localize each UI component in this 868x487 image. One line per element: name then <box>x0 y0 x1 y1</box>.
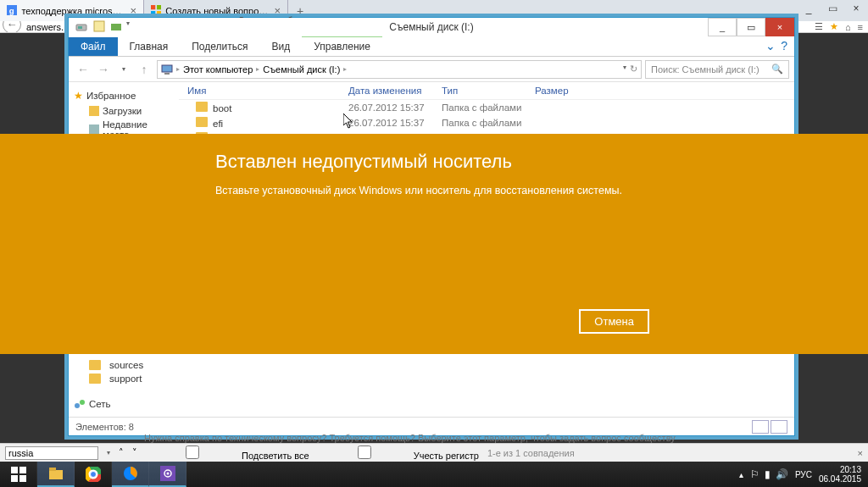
file-row[interactable]: efi 26.07.2012 15:37 Папка с файлами <box>179 115 794 130</box>
tray-expand-icon[interactable]: ▴ <box>739 470 743 479</box>
svg-rect-5 <box>157 11 161 15</box>
nav-forward-button[interactable]: → <box>94 60 113 79</box>
ribbon-file-tab[interactable]: Файл <box>69 37 118 56</box>
sidebar-item-label: support <box>109 374 142 384</box>
sidebar-item-sources[interactable]: sources <box>72 358 175 372</box>
explorer-minimize-button[interactable]: _ <box>708 18 737 36</box>
pc-icon <box>161 64 173 75</box>
file-type: Папка с файлами <box>442 118 535 128</box>
home-icon[interactable]: ⌂ <box>845 22 851 32</box>
ribbon-tab-home[interactable]: Главная <box>118 37 181 56</box>
sidebar-favorites[interactable]: ★ Избранное <box>72 87 175 104</box>
explorer-close-button[interactable]: × <box>765 18 794 36</box>
ms-favicon-icon <box>151 5 161 17</box>
breadcrumb-sep-icon[interactable]: ▸ <box>256 65 259 73</box>
search-icon[interactable]: 🔍 <box>771 64 783 75</box>
tab-close-icon[interactable]: × <box>130 4 136 17</box>
sidebar-group-label: Избранное <box>86 91 136 101</box>
find-prev-button[interactable]: ˄ <box>119 447 124 458</box>
explorer-navbar: ← → ▾ ↑ ▸ Этот компьютер ▸ Съемный диск … <box>69 57 794 82</box>
col-header-date[interactable]: Дата изменения <box>348 86 442 96</box>
svg-rect-12 <box>89 106 99 116</box>
taskbar-explorer-button[interactable] <box>37 462 75 487</box>
file-row[interactable]: boot 26.07.2012 15:37 Папка с файлами <box>179 100 794 115</box>
find-input[interactable] <box>5 446 98 460</box>
col-header-size[interactable]: Размер <box>535 86 603 96</box>
svg-rect-11 <box>164 73 170 75</box>
view-details-button[interactable] <box>752 420 769 434</box>
start-button[interactable] <box>0 462 37 487</box>
ribbon-tab-view[interactable]: Вид <box>259 37 302 56</box>
folder-icon <box>196 102 208 112</box>
find-close-button[interactable]: × <box>858 448 863 458</box>
google-favicon-icon: g <box>7 5 17 17</box>
taskbar-chrome-button[interactable] <box>75 462 112 487</box>
view-icons-button[interactable] <box>771 420 787 434</box>
sidebar-network[interactable]: Сеть <box>72 396 175 412</box>
tray-time: 20:13 <box>819 465 861 474</box>
close-button[interactable]: × <box>844 0 868 17</box>
search-placeholder: Поиск: Съемный диск (I:) <box>651 64 760 75</box>
tray-clock[interactable]: 20:13 06.04.2015 <box>819 465 861 484</box>
breadcrumb-item[interactable]: Съемный диск (I:) <box>263 64 340 75</box>
breadcrumb-item[interactable]: Этот компьютер <box>183 64 253 75</box>
taskbar-settings-button[interactable] <box>149 462 186 487</box>
ribbon-help-icon[interactable]: ? <box>781 39 787 53</box>
qat-new-folder-icon[interactable] <box>109 19 123 33</box>
match-case-checkbox[interactable]: Учесть регистр <box>318 445 479 461</box>
downloads-icon <box>89 106 99 116</box>
breadcrumb-sep-icon[interactable]: ▸ <box>176 65 180 73</box>
address-text[interactable]: answers. <box>26 22 64 32</box>
maximize-button[interactable]: ▭ <box>821 0 844 17</box>
qat-properties-icon[interactable] <box>92 19 106 33</box>
menu-icon[interactable]: ≡ <box>858 22 863 32</box>
explorer-search-input[interactable]: Поиск: Съемный диск (I:) 🔍 <box>645 60 789 79</box>
col-header-type[interactable]: Тип <box>442 86 535 96</box>
qat-dropdown-icon[interactable]: ▾ <box>126 19 130 33</box>
sidebar-item-label: Загрузки <box>103 106 142 116</box>
breadcrumb-dropdown-icon[interactable]: ▾ <box>623 64 626 75</box>
file-type: Папка с файлами <box>442 102 535 113</box>
reader-icon[interactable]: ☰ <box>815 21 823 32</box>
page-hint-text: Нужна справка по техническому вопросу? Т… <box>144 433 676 443</box>
highlight-all-checkbox[interactable]: Подсветить все <box>146 445 309 461</box>
col-header-name[interactable]: Имя <box>179 86 348 96</box>
breadcrumb-sep-icon[interactable]: ▸ <box>343 65 347 73</box>
sidebar-item-support[interactable]: support <box>72 372 175 385</box>
taskbar-firefox-button[interactable] <box>112 462 149 487</box>
file-date: 26.07.2012 15:37 <box>348 118 442 128</box>
file-name: boot <box>213 103 231 113</box>
tray-flag-icon[interactable]: ⚐ <box>750 468 760 480</box>
tray-lang[interactable]: РУС <box>795 470 812 479</box>
svg-rect-2 <box>151 5 155 9</box>
svg-rect-20 <box>19 475 26 482</box>
nav-up-button[interactable]: ↑ <box>135 60 153 79</box>
sidebar-group-label: Сеть <box>89 399 111 409</box>
ribbon-tab-manage[interactable]: Управление <box>302 35 382 56</box>
explorer-titlebar[interactable]: ▾ Съемный диск (I:) _ ▭ × <box>69 18 794 36</box>
svg-rect-10 <box>162 65 172 72</box>
sidebar-item-downloads[interactable]: Загрузки <box>72 104 175 118</box>
refresh-icon[interactable]: ↻ <box>630 64 637 75</box>
nav-history-button[interactable]: ▾ <box>114 60 133 79</box>
column-headers[interactable]: Имя Дата изменения Тип Размер <box>179 82 794 100</box>
ribbon-tab-share[interactable]: Поделиться <box>180 37 259 56</box>
find-matches-text: 1-е из 1 совпадения <box>487 448 575 458</box>
back-button[interactable]: ← <box>3 21 21 33</box>
ribbon-expand-icon[interactable]: ⌄ <box>765 39 776 53</box>
find-next-button[interactable]: ˅ <box>132 447 137 458</box>
folder-icon <box>89 374 101 384</box>
find-dropdown-icon[interactable]: ▾ <box>107 449 110 457</box>
tray-battery-icon[interactable]: ▮ <box>765 468 771 480</box>
cancel-button[interactable]: Отмена <box>579 309 649 334</box>
breadcrumb[interactable]: ▸ Этот компьютер ▸ Съемный диск (I:) ▸ ▾… <box>157 60 642 79</box>
explorer-maximize-button[interactable]: ▭ <box>737 18 765 36</box>
nav-back-button[interactable]: ← <box>74 60 92 79</box>
folder-icon <box>89 360 101 370</box>
star-icon[interactable]: ★ <box>830 21 838 32</box>
minimize-button[interactable]: _ <box>797 0 821 17</box>
dialog-text: Вставьте установочный диск Windows или н… <box>215 185 653 196</box>
tab-close-icon[interactable]: × <box>274 4 281 17</box>
error-dialog: Вставлен недопустимый носитель Вставьте … <box>0 134 868 354</box>
tray-volume-icon[interactable]: 🔊 <box>776 468 788 480</box>
